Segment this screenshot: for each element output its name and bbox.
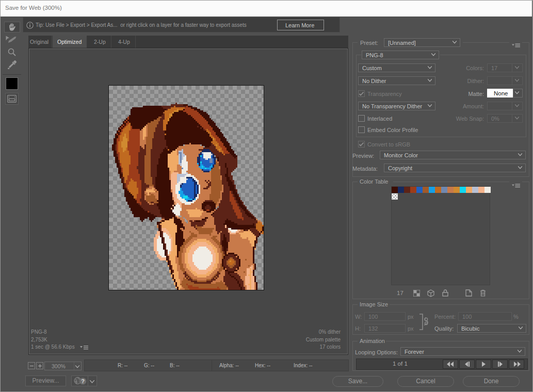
svg-text:?: ? [81,378,85,384]
